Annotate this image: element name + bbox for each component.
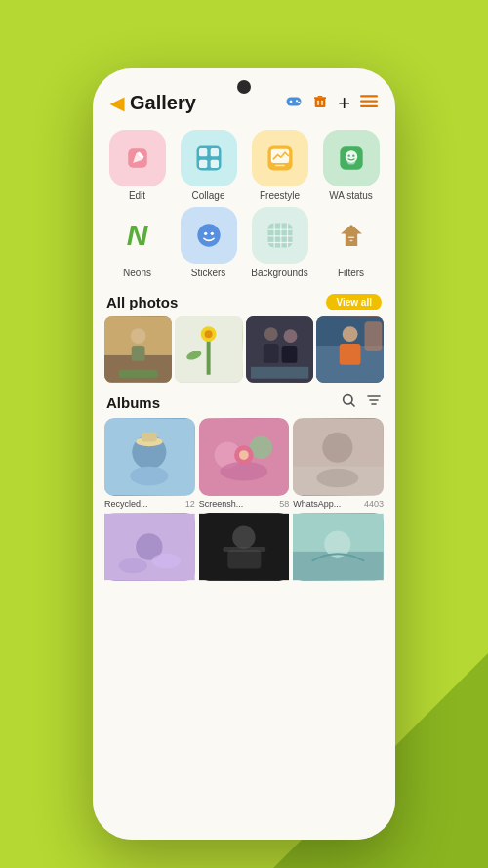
backgrounds-icon-box [252,207,308,264]
feature-edit[interactable]: Edit [104,130,170,201]
svg-rect-86 [223,547,265,552]
svg-rect-11 [360,104,378,106]
svg-point-72 [220,462,267,481]
freestyle-label: Freestyle [260,190,300,201]
album-count-screenshots: 58 [279,499,289,509]
feature-grid: Edit Collage [93,122,395,286]
trash-icon[interactable] [312,93,328,114]
feature-stickers[interactable]: Stickers [176,207,241,278]
collage-icon-box [181,130,237,186]
svg-point-84 [232,526,255,549]
svg-rect-5 [315,98,326,106]
svg-rect-16 [199,160,207,168]
svg-rect-7 [321,100,322,104]
svg-point-25 [197,224,220,246]
all-photos-header: All photos View all [93,286,395,316]
album-grid: Recycled... 12 [93,418,395,509]
freestyle-icon-box [252,130,308,186]
svg-point-66 [130,467,168,486]
album-thumb-whatsapp [293,418,384,496]
svg-rect-8 [314,97,326,99]
album-item-whatsapp[interactable]: WhatsApp... 4403 [293,418,384,509]
feature-collage[interactable]: Collage [176,130,241,201]
svg-rect-41 [132,346,145,361]
album-action-icons [341,393,382,412]
svg-rect-9 [360,95,378,97]
more-album-2[interactable] [199,513,290,581]
feature-freestyle[interactable]: Freestyle [247,130,312,201]
phone-camera [237,80,251,94]
svg-rect-20 [275,165,285,167]
neons-label: Neons [123,268,151,278]
wastatus-icon-box [323,130,380,186]
svg-point-23 [347,155,349,157]
svg-rect-15 [210,148,218,156]
phone-screen: ◀ Gallery [93,68,395,840]
svg-rect-28 [267,224,292,248]
header-title: Gallery [130,92,279,114]
album-count-recycled: 12 [185,499,195,509]
svg-point-27 [210,232,213,235]
photo-thumb-4[interactable] [316,316,384,383]
edit-icon-box [109,130,166,186]
photo-thumb-1[interactable] [104,316,172,383]
album-name-whatsapp: WhatsApp... [293,499,341,509]
album-item-recycled[interactable]: Recycled... 12 [104,418,195,509]
photo-strip [93,316,395,383]
page-background: Clean Interface ◀ Gallery [0,0,488,70]
feature-neons[interactable]: N Neons [104,207,170,278]
album-meta-recycled: Recycled... 12 [104,499,195,509]
svg-rect-42 [119,370,158,378]
svg-rect-2 [290,100,292,103]
svg-rect-53 [250,367,307,379]
menu-icon[interactable] [360,95,378,112]
svg-point-4 [298,101,300,103]
svg-point-81 [119,558,147,574]
photo-thumb-3[interactable] [246,316,313,383]
svg-rect-14 [199,148,207,156]
svg-rect-78 [293,467,384,495]
filter-sort-icon[interactable] [366,393,382,412]
album-thumb-screenshots [199,418,290,496]
svg-rect-37 [349,240,352,242]
svg-point-82 [152,554,181,569]
search-icon[interactable] [341,393,356,412]
svg-rect-68 [142,433,157,442]
photo-thumb-2[interactable] [175,316,242,383]
header-actions: + [285,93,378,114]
phone-mockup: ◀ Gallery [93,68,395,840]
album-item-screenshots[interactable]: Screensh... 58 [199,418,290,509]
albums-title: Albums [106,394,160,411]
view-all-button[interactable]: View all [326,294,382,310]
feature-backgrounds[interactable]: Backgrounds [247,207,312,278]
more-albums-row [93,509,395,581]
svg-point-40 [131,328,146,344]
neon-n-glyph: N [127,219,148,252]
filters-icon-box [323,207,380,264]
album-count-whatsapp: 4403 [364,499,384,509]
add-icon[interactable]: + [338,93,350,114]
wastatus-label: WA status [329,190,373,201]
svg-point-76 [323,433,353,463]
album-meta-whatsapp: WhatsApp... 4403 [293,499,384,509]
page-title: Clean Interface [0,0,488,70]
svg-rect-58 [364,321,382,351]
neons-icon-box: N [109,207,166,264]
back-button[interactable]: ◀ [110,93,124,114]
svg-point-49 [264,327,277,341]
svg-point-24 [352,155,354,157]
feature-wastatus[interactable]: WA status [318,130,384,201]
svg-point-46 [205,330,213,338]
svg-point-22 [345,150,356,162]
filters-label: Filters [338,268,364,278]
svg-marker-35 [341,225,362,246]
gamepad-icon[interactable] [285,93,303,114]
svg-point-26 [204,232,207,235]
more-album-3[interactable] [293,513,384,581]
album-thumb-recycled [104,418,195,496]
svg-rect-44 [207,336,211,375]
feature-filters[interactable]: Filters [318,207,384,278]
svg-line-60 [351,403,354,406]
more-album-1[interactable] [104,513,195,581]
album-name-screenshots: Screensh... [199,499,244,509]
